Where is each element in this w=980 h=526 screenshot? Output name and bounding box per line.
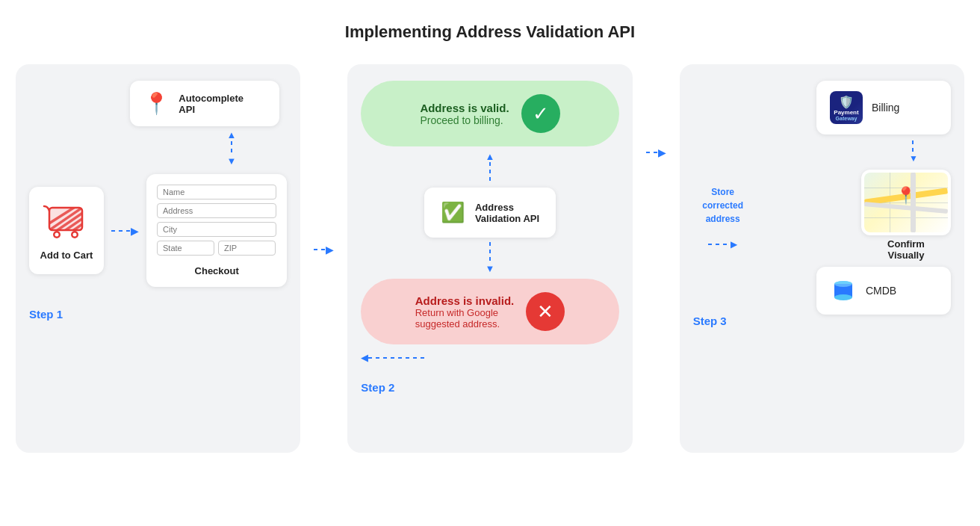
confirm-visually-label-group: Confirm Visually <box>861 238 951 261</box>
validation-check-icon: ✅ <box>441 201 465 224</box>
autocomplete-card: 📍 Autocomplete API <box>130 81 279 126</box>
validation-api-card: ✅ Address Validation API <box>424 188 556 238</box>
invalid-text-line3: suggested address. <box>415 318 515 329</box>
payment-label-line1: Payment <box>834 110 858 116</box>
cmdb-card: CMDB <box>816 267 951 315</box>
address-field[interactable] <box>157 203 276 218</box>
autocomplete-label-line1: Autocomplete <box>179 93 244 104</box>
billing-to-map-arrow: ▼ <box>760 140 951 164</box>
invalid-x-icon: ✕ <box>526 292 565 331</box>
svg-point-15 <box>834 281 852 287</box>
svg-point-14 <box>834 294 852 300</box>
step3-label: Step 3 <box>693 315 727 327</box>
step2-to-step3-arrows: ▶ <box>646 146 666 158</box>
billing-label: Billing <box>872 102 899 114</box>
svg-point-11 <box>73 233 77 237</box>
map-card: 📍 <box>861 170 951 235</box>
api-to-invalid-arrow: ▼ <box>486 242 495 274</box>
step1-to-step2-arrow: ▶ <box>314 244 334 256</box>
confirm-visually-group: 📍 Confirm Visually <box>760 170 951 261</box>
invalid-text-line1: Address is invalid. <box>415 294 515 307</box>
billing-card: 🛡️ Payment Gateway Billing <box>816 81 951 134</box>
cart-label: Add to Cart <box>40 250 93 261</box>
confirm-label-line1: Confirm <box>861 238 951 250</box>
step1-label: Step 1 <box>29 308 287 321</box>
payment-label-line2: Gateway <box>836 116 858 121</box>
payment-gateway-icon: 🛡️ Payment Gateway <box>830 91 863 124</box>
database-icon <box>830 277 857 304</box>
valid-text-line1: Address is valid. <box>420 102 509 114</box>
invalid-text-line2: Return with Google <box>415 307 515 318</box>
autocomplete-checkout-arrow: ▲ ▼ <box>226 129 236 167</box>
map-marker-icon: 📍 <box>143 91 170 116</box>
api-label-line1: Address <box>475 202 539 213</box>
map-pin-icon: 📍 <box>896 186 916 205</box>
name-field[interactable] <box>157 185 276 199</box>
cart-card: Add to Cart <box>29 187 104 274</box>
step3-block: Store corrected address ▶ 🛡️ Payment G <box>680 64 964 453</box>
city-field[interactable] <box>157 222 276 237</box>
step1-block: 📍 Autocomplete API ▲ ▼ <box>16 64 300 453</box>
valid-address-bubble: Address is valid. Proceed to billing. ✓ <box>361 81 618 146</box>
invalid-to-checkout-return: ◀ <box>361 352 618 363</box>
api-label-line2: Validation API <box>475 213 539 224</box>
cart-to-checkout-arrow: ▶ <box>111 225 139 237</box>
checkout-card: Checkout <box>146 174 287 287</box>
step3-right-col: 🛡️ Payment Gateway Billing ▼ <box>760 81 951 315</box>
invalid-address-bubble: Address is invalid. Return with Google s… <box>361 279 618 344</box>
autocomplete-label-line2: API <box>179 104 244 115</box>
valid-text-line2: Proceed to billing. <box>420 114 509 126</box>
step2-block: Address is valid. Proceed to billing. ✓ … <box>347 64 632 453</box>
checkout-label: Checkout <box>157 265 276 276</box>
map-visual: 📍 <box>864 173 948 232</box>
api-to-valid-arrow: ▲ <box>486 151 495 183</box>
state-field[interactable] <box>157 241 214 256</box>
cart-icon <box>40 200 93 244</box>
diagram-container: 📍 Autocomplete API ▲ ▼ <box>16 64 964 453</box>
svg-point-9 <box>55 233 59 237</box>
step3-left-col: Store corrected address ▶ <box>693 126 753 250</box>
step2-label: Step 2 <box>361 381 394 394</box>
page-title: Implementing Address Validation API <box>345 22 635 42</box>
confirm-label-line2: Visually <box>861 250 951 261</box>
cmdb-label: CMDB <box>866 285 896 297</box>
valid-checkmark-icon: ✓ <box>521 94 560 133</box>
zip-field[interactable] <box>218 241 276 256</box>
store-corrected-label: Store corrected address <box>702 185 743 226</box>
